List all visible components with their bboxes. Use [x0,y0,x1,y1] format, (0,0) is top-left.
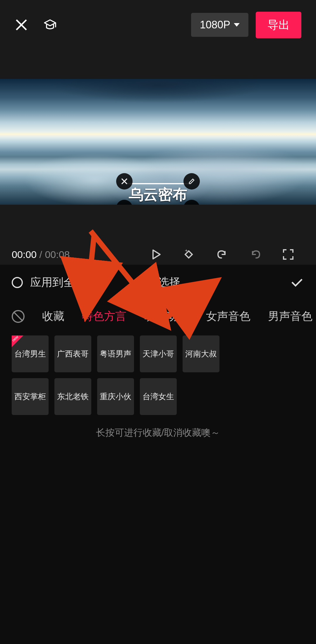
voice-item[interactable]: 天津小哥 [140,335,177,372]
current-time: 00:00 [12,249,37,260]
export-button[interactable]: 导出 [256,12,301,38]
voice-grid: 台湾男生 广西表哥 粤语男声 天津小哥 河南大叔 西安掌柜 东北老铁 重庆小伙 … [0,333,316,418]
category-none[interactable] [12,310,25,323]
time-display: 00:00 / 00:08 [12,249,70,260]
close-button[interactable] [15,18,28,32]
keyframe-button[interactable]: + [172,248,205,261]
voice-item[interactable]: 粤语男声 [97,335,134,372]
voice-item[interactable]: 西安掌柜 [12,378,49,415]
voice-item[interactable]: 东北老铁 [54,378,91,415]
category-tab-dialects[interactable]: 特色方言 [82,309,126,324]
confirm-button[interactable] [290,275,304,290]
category-tab-favorites[interactable]: 收藏 [42,309,64,324]
voice-panel-title: 音色选择 [136,275,180,290]
voice-item[interactable]: 河南大叔 [183,335,219,372]
voice-item[interactable]: 广西表哥 [54,335,91,372]
overlay-edit-handle[interactable] [183,173,200,190]
apply-all-label: 应用到全部文本 [30,275,108,290]
total-time: 00:08 [45,249,70,260]
video-preview[interactable]: 乌云密布 [0,79,316,205]
category-tab-anime[interactable]: 萌趣动漫 [144,309,188,324]
text-overlay[interactable]: 乌云密布 [127,183,189,205]
voice-item[interactable]: 台湾男生 [12,335,49,372]
redo-button[interactable] [239,248,272,261]
fullscreen-button[interactable] [272,249,304,260]
overlay-text: 乌云密布 [129,186,187,203]
tutorial-icon[interactable] [43,18,57,32]
hint-text: 长按可进行收藏/取消收藏噢～ [0,426,316,439]
apply-all-radio[interactable] [12,277,23,288]
category-tab-male[interactable]: 男声音色 [268,309,312,324]
voice-item[interactable]: 台湾女生 [140,378,177,415]
category-tab-female[interactable]: 女声音色 [206,309,250,324]
overlay-delete-handle[interactable] [116,173,133,190]
resolution-button[interactable]: 1080P [191,13,248,37]
svg-text:+: + [185,248,188,253]
preview-area: 乌云密布 [0,79,316,205]
category-tabs: 收藏 特色方言 萌趣动漫 女声音色 男声音色 [0,300,316,333]
top-bar: 1080P 导出 [0,0,316,41]
voice-panel-header: 应用到全部文本 音色选择 [0,265,316,300]
voice-panel: 应用到全部文本 音色选择 收藏 特色方言 萌趣动漫 女声音色 男声音色 台湾男生… [0,265,316,644]
export-label: 导出 [267,19,290,31]
caret-down-icon [234,23,240,27]
resolution-label: 1080P [200,19,230,31]
voice-item[interactable]: 重庆小伙 [97,378,134,415]
play-button[interactable] [140,249,172,260]
undo-button[interactable] [205,248,239,261]
